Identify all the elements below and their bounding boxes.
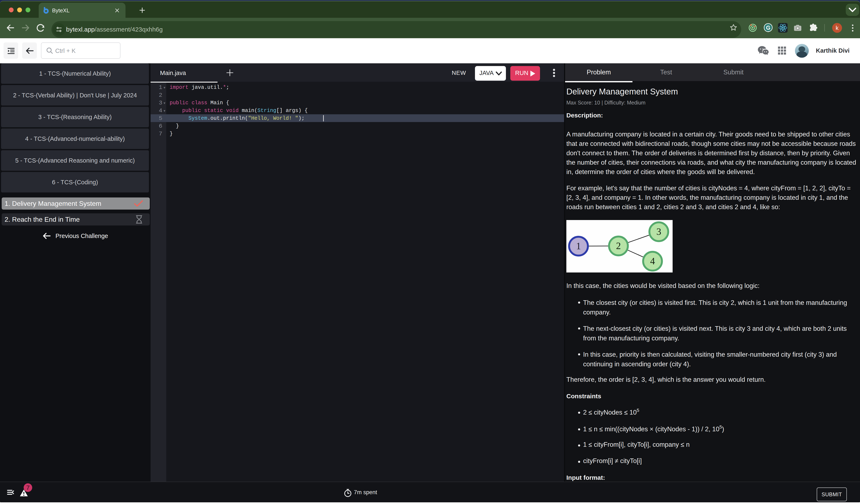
svg-text:4: 4	[650, 256, 655, 266]
svg-text:2: 2	[616, 240, 621, 251]
svg-text:G: G	[766, 25, 771, 31]
svg-text:1: 1	[576, 241, 581, 251]
svg-text:3: 3	[657, 226, 661, 237]
